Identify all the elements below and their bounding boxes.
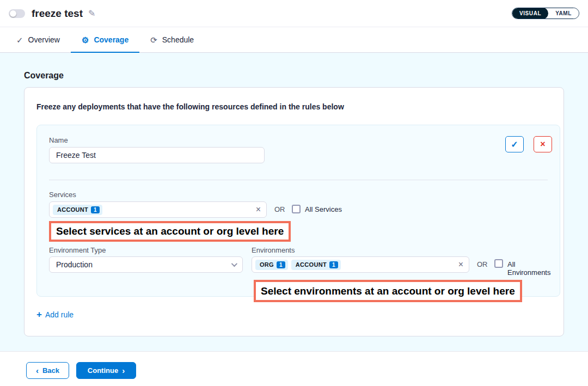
tab-overview[interactable]: ✓ Overview (5, 27, 71, 52)
services-tag-account-label: ACCOUNT (57, 206, 88, 213)
add-rule-button[interactable]: + Add rule (36, 310, 74, 319)
environments-annotation: Select environments at an account or org… (254, 280, 522, 302)
all-services-checkbox[interactable] (292, 205, 301, 213)
check-icon: ✓ (16, 36, 23, 44)
visual-yaml-toggle: VISUAL YAML (512, 8, 579, 19)
delete-rule-button[interactable]: × (534, 136, 552, 152)
environments-or-label: OR (477, 260, 488, 268)
delete-x-icon: × (540, 139, 545, 149)
all-environments-label: All Environments (507, 260, 560, 277)
environments-tag-org[interactable]: ORG 1 (255, 260, 288, 270)
tab-bar: ✓ Overview ⚙ Coverage ⟳ Schedule (0, 27, 588, 53)
edit-title-icon[interactable]: ✎ (88, 8, 95, 19)
environments-tag-account-label: ACCOUNT (296, 261, 327, 268)
rule-name-input[interactable] (49, 147, 265, 163)
services-tag-account-count: 1 (91, 206, 100, 213)
environments-clear-icon[interactable]: × (458, 260, 463, 269)
environments-input[interactable]: ORG 1 ACCOUNT 1 × (252, 256, 469, 273)
toggle-knob (10, 10, 16, 17)
plus-icon: + (36, 310, 42, 319)
environments-tag-account[interactable]: ACCOUNT 1 (291, 260, 341, 270)
environment-type-value: Production (56, 260, 93, 269)
continue-button-label: Continue (88, 366, 118, 375)
services-or-label: OR (274, 205, 285, 213)
environments-tag-org-label: ORG (260, 261, 274, 268)
services-annotation: Select services at an account or org lev… (49, 221, 291, 242)
main-content: Coverage Freeze any deployments that hav… (0, 53, 588, 351)
schedule-icon: ⟳ (150, 36, 157, 44)
visual-toggle-button[interactable]: VISUAL (512, 8, 548, 19)
environments-tag-org-count: 1 (277, 261, 285, 268)
chevron-left-icon: ‹ (36, 366, 39, 375)
coverage-heading: Coverage (24, 71, 64, 81)
tab-overview-label: Overview (28, 35, 60, 44)
all-services-label: All Services (305, 205, 342, 213)
back-button[interactable]: ‹ Back (26, 362, 69, 379)
card-description: Freeze any deployments that have the fol… (36, 102, 344, 111)
name-label: Name (49, 136, 68, 144)
confirm-check-icon: ✓ (511, 139, 518, 150)
yaml-toggle-button[interactable]: YAML (548, 8, 579, 19)
chevron-down-icon (231, 261, 237, 267)
services-clear-icon[interactable]: × (256, 205, 261, 214)
gear-icon: ⚙ (82, 36, 89, 44)
back-button-label: Back (42, 366, 59, 375)
header: freeze test ✎ VISUAL YAML (0, 0, 588, 27)
chevron-right-icon: › (122, 366, 125, 375)
all-environments-checkbox[interactable] (494, 259, 503, 268)
services-input[interactable]: ACCOUNT 1 × (49, 201, 267, 218)
services-label: Services (49, 191, 76, 199)
environment-type-label: Environment Type (49, 246, 106, 254)
coverage-card: Freeze any deployments that have the fol… (24, 87, 564, 336)
tab-coverage[interactable]: ⚙ Coverage (71, 27, 139, 52)
environments-tag-account-count: 1 (329, 261, 338, 268)
tab-schedule[interactable]: ⟳ Schedule (139, 27, 205, 52)
confirm-rule-button[interactable]: ✓ (505, 136, 524, 152)
add-rule-label: Add rule (45, 310, 74, 319)
continue-button[interactable]: Continue › (76, 362, 136, 379)
tab-schedule-label: Schedule (162, 35, 194, 44)
rule-panel: Name ✓ × Services ACCOUNT 1 × OR All Ser… (36, 125, 560, 297)
environments-label: Environments (252, 246, 295, 254)
page-title: freeze test (32, 8, 83, 20)
rule-divider (49, 180, 548, 180)
freeze-enabled-toggle[interactable] (9, 9, 25, 18)
footer: ‹ Back Continue › (0, 351, 588, 386)
services-tag-account[interactable]: ACCOUNT 1 (53, 205, 102, 215)
environment-type-select[interactable]: Production (49, 256, 243, 273)
tab-coverage-label: Coverage (94, 35, 128, 44)
